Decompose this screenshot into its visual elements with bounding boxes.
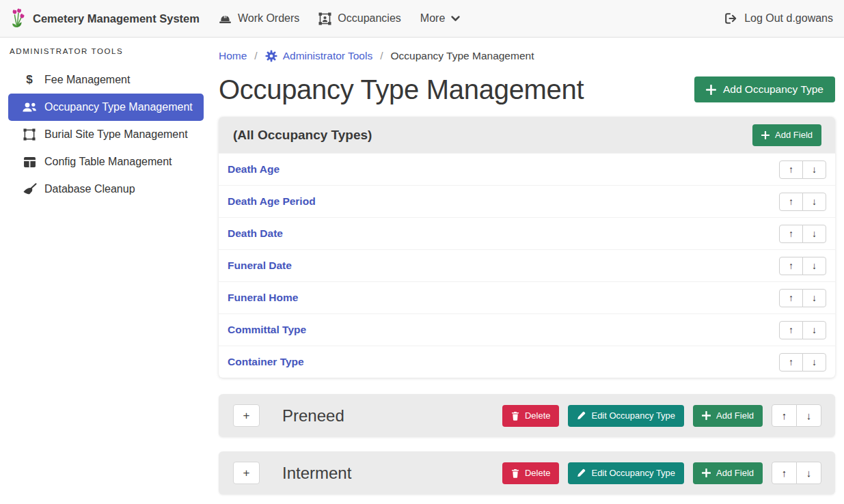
move-down-button[interactable]: ↓ (796, 462, 821, 484)
nav-work-orders[interactable]: Work Orders (219, 12, 299, 25)
occupancy-type-section-preneed: + Preneed Delete (219, 394, 835, 437)
nav-more[interactable]: More (420, 12, 460, 25)
move-down-button[interactable]: ↓ (802, 353, 826, 372)
up-arrow-icon: ↑ (789, 165, 793, 174)
pencil-icon (577, 468, 586, 477)
breadcrumb-administrator-tools[interactable]: Administrator Tools (265, 50, 373, 62)
app-title: Cemetery Management System (33, 12, 200, 25)
down-arrow-icon: ↓ (806, 410, 812, 421)
edit-occupancy-type-button[interactable]: Edit Occupancy Type (568, 405, 684, 427)
move-down-button[interactable]: ↓ (802, 321, 826, 339)
down-arrow-icon: ↓ (812, 261, 817, 270)
move-up-button[interactable]: ↑ (779, 193, 803, 211)
trash-icon (511, 411, 519, 421)
nav-occupancies[interactable]: Occupancies (318, 12, 401, 25)
down-arrow-icon: ↓ (812, 325, 817, 335)
field-row: Funeral Home ↑ ↓ (219, 281, 835, 313)
down-arrow-icon: ↓ (812, 293, 817, 303)
expand-button[interactable]: + (233, 404, 260, 427)
move-down-button[interactable]: ↓ (802, 225, 826, 243)
sidebar-item-config-table-management[interactable]: Config Table Management (8, 148, 204, 176)
field-link-death-age[interactable]: Death Age (228, 163, 280, 176)
tulip-logo-icon (10, 8, 26, 29)
sidebar-item-fee-management[interactable]: $ Fee Management (8, 66, 204, 94)
sidebar-item-occupancy-type-management[interactable]: Occupancy Type Management (8, 94, 204, 121)
hard-hat-icon (219, 14, 232, 24)
plus-icon (702, 468, 711, 477)
sidebar-item-database-cleanup[interactable]: Database Cleanup (8, 176, 204, 203)
up-arrow-icon: ↑ (782, 468, 787, 478)
up-arrow-icon: ↑ (789, 261, 793, 270)
add-field-button[interactable]: Add Field (693, 462, 763, 484)
breadcrumb: Home / Administrat (219, 50, 835, 62)
field-link-death-date[interactable]: Death Date (228, 227, 283, 240)
breadcrumb-current: Occupancy Type Management (391, 50, 534, 62)
reorder-controls: ↑ ↓ (772, 462, 821, 484)
down-arrow-icon: ↓ (812, 229, 817, 238)
move-up-button[interactable]: ↑ (779, 289, 803, 307)
move-down-button[interactable]: ↓ (802, 160, 826, 179)
field-row: Death Age Period ↑ ↓ (219, 185, 835, 217)
down-arrow-icon: ↓ (812, 165, 817, 174)
up-arrow-icon: ↑ (789, 325, 793, 335)
card-title: (All Occupancy Types) (233, 128, 372, 143)
move-up-button[interactable]: ↑ (779, 353, 803, 372)
move-up-button[interactable]: ↑ (772, 462, 797, 484)
sidebar-item-burial-site-type-management[interactable]: Burial Site Type Management (8, 121, 204, 148)
field-link-funeral-home[interactable]: Funeral Home (228, 292, 298, 304)
field-row: Funeral Date ↑ ↓ (219, 249, 835, 281)
plus-icon (761, 131, 770, 139)
logout-button[interactable]: Log Out d.gowans (725, 12, 834, 25)
table-icon (21, 156, 38, 168)
down-arrow-icon: ↓ (806, 468, 812, 478)
reorder-controls: ↑ ↓ (779, 225, 826, 243)
delete-button[interactable]: Delete (502, 462, 560, 484)
reorder-controls: ↑ ↓ (772, 404, 821, 427)
occupancy-type-section-interment: + Interment Delete (219, 451, 835, 494)
move-down-button[interactable]: ↓ (796, 404, 821, 427)
move-up-button[interactable]: ↑ (772, 404, 797, 427)
vector-square-icon (21, 128, 38, 141)
up-arrow-icon: ↑ (789, 197, 793, 206)
section-title: Interment (282, 464, 351, 483)
edit-occupancy-type-button[interactable]: Edit Occupancy Type (568, 462, 684, 484)
move-down-button[interactable]: ↓ (802, 193, 826, 211)
all-occupancy-types-card: (All Occupancy Types) Add Field Death Ag… (219, 117, 835, 378)
breadcrumb-separator: / (247, 50, 264, 62)
page-title: Occupancy Type Management (219, 74, 584, 105)
users-icon (21, 102, 38, 113)
field-link-funeral-date[interactable]: Funeral Date (228, 260, 292, 272)
top-navbar: Cemetery Management System Work Orders (0, 0, 844, 38)
move-up-button[interactable]: ↑ (779, 225, 803, 243)
add-occupancy-type-button[interactable]: Add Occupancy Type (694, 76, 835, 102)
field-link-death-age-period[interactable]: Death Age Period (228, 195, 316, 208)
card-header: (All Occupancy Types) Add Field (219, 117, 835, 153)
field-row: Container Type ↑ ↓ (219, 346, 835, 378)
move-up-button[interactable]: ↑ (779, 160, 803, 179)
reorder-controls: ↑ ↓ (779, 353, 826, 372)
expand-button[interactable]: + (233, 462, 260, 484)
field-row: Death Date ↑ ↓ (219, 217, 835, 249)
sign-out-icon (725, 13, 737, 24)
section-title: Preneed (282, 406, 344, 425)
move-down-button[interactable]: ↓ (802, 289, 826, 307)
gear-icon (265, 50, 277, 62)
breadcrumb-separator: / (372, 50, 390, 62)
field-link-container-type[interactable]: Container Type (228, 356, 304, 368)
delete-button[interactable]: Delete (502, 405, 560, 427)
add-field-button[interactable]: Add Field (693, 405, 763, 427)
field-link-committal-type[interactable]: Committal Type (228, 324, 306, 336)
occupant-frame-icon (318, 12, 331, 25)
up-arrow-icon: ↑ (789, 229, 793, 238)
move-down-button[interactable]: ↓ (802, 257, 826, 275)
move-up-button[interactable]: ↑ (779, 321, 803, 339)
app-brand[interactable]: Cemetery Management System (10, 8, 200, 29)
add-field-button[interactable]: Add Field (752, 124, 821, 146)
breadcrumb-home[interactable]: Home (219, 50, 247, 62)
sidebar: Administrator Tools $ Fee Management Occ… (0, 38, 212, 203)
plus-icon (706, 85, 716, 95)
reorder-controls: ↑ ↓ (779, 160, 826, 179)
trash-icon (511, 468, 519, 478)
reorder-controls: ↑ ↓ (779, 289, 826, 307)
move-up-button[interactable]: ↑ (779, 257, 803, 275)
